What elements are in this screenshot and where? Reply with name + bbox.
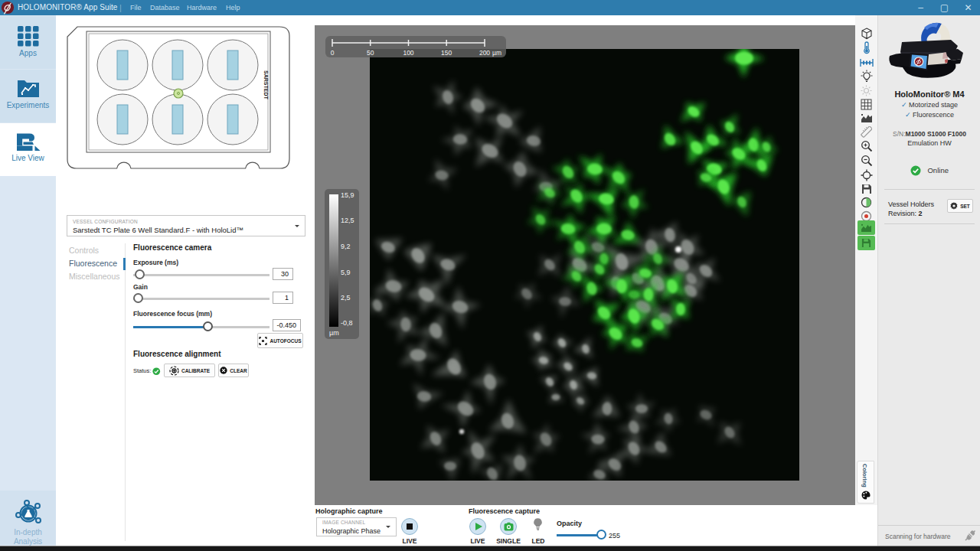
svg-text:µm: µm	[492, 49, 501, 57]
svg-text:SARSTEDT: SARSTEDT	[263, 70, 269, 99]
svg-text:100: 100	[403, 49, 413, 57]
svg-text:50: 50	[367, 49, 374, 57]
svg-text:200: 200	[479, 49, 490, 57]
svg-text:150: 150	[441, 49, 452, 57]
svg-text:0: 0	[331, 49, 335, 57]
